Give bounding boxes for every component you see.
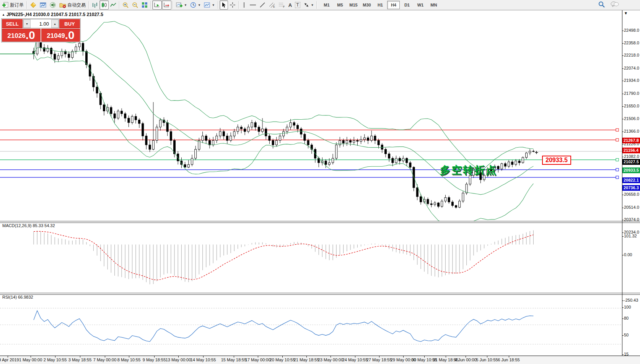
timeframe-button-d1[interactable]: D1 [401, 1, 413, 9]
candle-body [300, 129, 302, 134]
crosshair-tool-button[interactable] [228, 0, 237, 10]
candle-body [244, 129, 246, 132]
chevron-down-icon: ▼ [198, 3, 201, 7]
templates-button[interactable]: ▼ [202, 0, 217, 10]
chart-window-button[interactable] [38, 0, 48, 10]
cursor-tool-button[interactable] [220, 0, 228, 10]
volume-increase-button[interactable]: ▲ [51, 20, 59, 28]
time-axis-label: 8 May 10:55 [117, 358, 141, 362]
rsi-scale-label: 50 [624, 333, 640, 337]
chat-icon[interactable] [611, 1, 619, 9]
zoom-out-button[interactable] [130, 0, 140, 10]
rsi-line [34, 311, 533, 342]
current-price-badge: 21027.5 [622, 159, 640, 165]
line-chart-mode-button[interactable] [109, 0, 118, 10]
arrows-tool-button[interactable]: ▼ [302, 0, 316, 10]
candle-body [455, 206, 457, 208]
volume-input[interactable]: 1.00 [31, 20, 51, 28]
macd-pane-canvas[interactable] [0, 222, 622, 293]
candle-body [128, 118, 130, 123]
candle-body [156, 127, 158, 140]
vertical-line-tool-button[interactable] [240, 0, 248, 10]
axis-tick [622, 335, 624, 336]
fibonacci-tool-button[interactable]: F [277, 0, 287, 10]
trendline-tool-button[interactable] [258, 0, 267, 10]
price-chart-canvas[interactable] [0, 11, 622, 222]
candlestick-mode-button[interactable] [99, 0, 109, 10]
volume-decrease-button[interactable]: ▼ [23, 20, 31, 28]
candle-body [363, 138, 365, 140]
auto-scroll-button[interactable] [152, 0, 162, 10]
equidistant-channel-tool-button[interactable]: E [267, 0, 277, 10]
candle-body [451, 202, 453, 205]
zoom-in-button[interactable] [121, 0, 130, 10]
candle-body [205, 136, 207, 141]
time-axis-label: 15 May 18:55 [221, 358, 247, 362]
price-tick-label: 20658.0 [624, 192, 640, 197]
level-line-handle[interactable] [616, 158, 619, 161]
vertical-line-icon [242, 2, 246, 8]
timeframe-button-w1[interactable]: W1 [414, 1, 427, 9]
price-tick-label: 21366.0 [624, 129, 640, 133]
sound-alert-button[interactable] [48, 0, 58, 10]
horizontal-line-tool-button[interactable] [248, 0, 258, 10]
candle-body [93, 76, 94, 87]
candle-body [124, 114, 126, 118]
candle-body [110, 107, 112, 114]
axis-tick [622, 208, 624, 208]
candle-body [526, 153, 528, 158]
time-axis[interactable]: 29 Apr 20191 May 00:002 May 10:553 May 1… [0, 356, 640, 364]
axis-tick [622, 220, 624, 220]
indicators-button[interactable]: ▼ [174, 0, 189, 10]
turning-point-annotation[interactable]: 多空转折点 [440, 163, 497, 177]
level-line-handle[interactable] [616, 138, 619, 141]
search-icon[interactable] [598, 1, 605, 9]
level-line-handle[interactable] [616, 176, 619, 179]
chart-shift-button[interactable] [162, 0, 171, 10]
timeframe-button-mn[interactable]: MN [427, 1, 440, 9]
level-line-handle[interactable] [616, 128, 619, 131]
new-order-button[interactable]: 新订单 [1, 0, 25, 10]
bar-chart-icon [92, 2, 98, 8]
text-label-tool-button[interactable]: T [293, 0, 301, 10]
level-line-handle[interactable] [616, 168, 619, 171]
rsi-pane-canvas[interactable] [0, 294, 622, 355]
toolbar-separator [150, 1, 151, 9]
candle-body [357, 140, 358, 141]
buy-button[interactable]: BUY [59, 19, 80, 28]
candle-body [307, 140, 309, 145]
candle-body [497, 166, 499, 169]
axis-tick [622, 81, 624, 81]
time-axis-label: 24 May 10:55 [342, 358, 368, 362]
auto-trading-button[interactable]: 自动交易 [58, 0, 87, 10]
candle-body [138, 120, 140, 123]
timeframe-button-m5[interactable]: M5 [334, 1, 346, 9]
candle-body [258, 127, 260, 132]
scale-context-icon[interactable]: ▼ [624, 11, 628, 15]
sell-price-tile[interactable]: 21026 .0 [2, 29, 41, 42]
bar-chart-mode-button[interactable] [90, 0, 99, 10]
buy-price-tile[interactable]: 21049 .0 [41, 29, 80, 42]
candle-body [131, 116, 133, 122]
candle-body [395, 158, 397, 163]
price-tag-label[interactable]: 20933.5 [542, 156, 571, 165]
market-watch-button[interactable] [28, 0, 38, 10]
chevron-down-icon: ▼ [212, 3, 215, 7]
trendline-icon [259, 2, 265, 8]
timeframe-button-m1[interactable]: M1 [320, 1, 333, 9]
candle-body [166, 123, 168, 132]
candle-body [378, 140, 379, 145]
candle-body [184, 164, 186, 167]
timeframe-button-m30[interactable]: M30 [360, 1, 373, 9]
price-tick-label: 21934.0 [624, 78, 640, 83]
timeframe-button-m15[interactable]: M15 [347, 1, 360, 9]
tile-windows-button[interactable] [140, 0, 149, 10]
timeframe-button-h1[interactable]: H1 [374, 1, 386, 9]
timeframe-button-h4[interactable]: H4 [387, 1, 400, 9]
sell-button[interactable]: SELL [2, 19, 23, 28]
periods-button[interactable]: ▼ [189, 0, 202, 10]
time-axis-label: 13 May 00:00 [166, 358, 191, 362]
time-axis-label: 2 May 10:55 [44, 358, 67, 362]
candle-body [149, 145, 151, 150]
text-tool-button[interactable]: A [287, 0, 293, 10]
